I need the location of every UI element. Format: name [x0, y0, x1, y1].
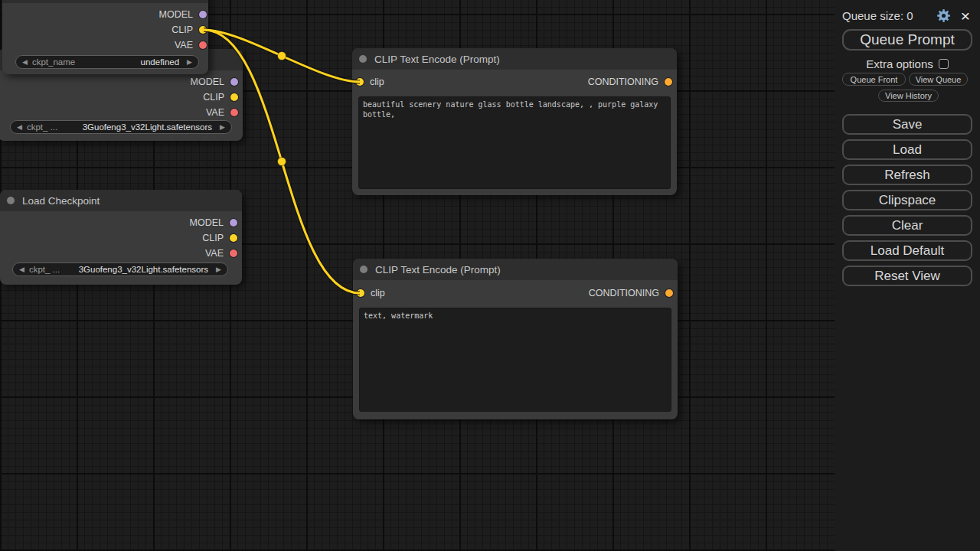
slot-label: MODEL	[159, 9, 193, 20]
queue-front-button[interactable]: Queue Front	[842, 73, 906, 86]
combo-left-arrow-icon[interactable]: ◀	[19, 266, 24, 273]
refresh-button[interactable]: Refresh	[842, 165, 972, 185]
port-clip-output[interactable]	[230, 93, 238, 101]
comfy-menu-panel: Queue size: 0 × Queue Prompt Extra optio…	[835, 0, 980, 551]
slot-clip-input: clip	[357, 285, 385, 301]
port-model-output[interactable]	[230, 78, 238, 86]
slot-label: clip	[371, 288, 385, 298]
graph-canvas[interactable]: MODEL CLIP VAE ◀ ckpt_ ... 3Guofeng3_v32…	[0, 0, 835, 551]
slot-vae: VAE	[205, 246, 237, 261]
save-button[interactable]: Save	[842, 114, 972, 135]
slot-clip: CLIP	[172, 22, 207, 37]
slot-label: CONDITIONING	[589, 288, 659, 298]
slot-label: CONDITIONING	[588, 77, 658, 87]
node-title: Load Checkpoint	[22, 195, 100, 207]
link-midpoint-handle[interactable]	[278, 158, 286, 166]
port-vae-output[interactable]	[230, 109, 238, 116]
load-default-button[interactable]: Load Default	[842, 240, 972, 261]
ckpt-name-combo-widget[interactable]: ◀ ckpt_ ... 3Guofeng3_v32Light.safetenso…	[12, 262, 228, 276]
slot-label: CLIP	[203, 92, 224, 103]
node-title: CLIP Text Encode (Prompt)	[375, 264, 501, 276]
slot-label: MODEL	[191, 77, 224, 87]
slot-label: MODEL	[190, 217, 224, 228]
combo-left-arrow-icon[interactable]: ◀	[22, 59, 28, 66]
combo-value: 3Guofeng3_v32Light.safetensors	[64, 265, 208, 274]
node-title: CLIP Text Encode (Prompt)	[374, 54, 500, 65]
node-clip-text-encode-negative[interactable]: CLIP Text Encode (Prompt) clip CONDITION…	[353, 259, 678, 419]
slot-label: VAE	[206, 107, 224, 118]
port-clip-output[interactable]	[230, 234, 237, 242]
port-vae-output[interactable]	[230, 249, 237, 257]
clipspace-button[interactable]: Clipspace	[842, 190, 972, 210]
collapse-dot-icon[interactable]	[7, 197, 15, 204]
slot-label: CLIP	[172, 24, 193, 35]
slot-clip: CLIP	[202, 230, 237, 246]
slot-label: CLIP	[202, 233, 224, 243]
collapse-dot-icon[interactable]	[359, 55, 367, 63]
clear-button[interactable]: Clear	[842, 215, 972, 236]
node-titlebar[interactable]: Load Checkpoint	[0, 190, 242, 211]
comfyui-app: MODEL CLIP VAE ◀ ckpt_ ... 3Guofeng3_v32…	[0, 0, 980, 551]
slot-label: VAE	[175, 40, 193, 51]
extra-options-label: Extra options	[866, 57, 933, 70]
queue-size-label: Queue size: 0	[842, 9, 934, 22]
combo-value: 3Guofeng3_v32Light.safetensors	[62, 122, 212, 132]
close-icon[interactable]: ×	[957, 7, 974, 24]
slot-clip: CLIP	[203, 90, 238, 105]
slot-conditioning: CONDITIONING	[588, 74, 672, 90]
port-conditioning-output[interactable]	[665, 78, 672, 86]
slot-model: MODEL	[159, 7, 207, 22]
node-titlebar[interactable]: CLIP Text Encode (Prompt)	[352, 48, 677, 70]
combo-label: ckpt_name	[32, 57, 75, 67]
negative-prompt-textarea[interactable]: text, watermark	[359, 308, 671, 412]
ckpt-name-combo-widget[interactable]: ◀ ckpt_name undefined ▶	[15, 55, 199, 69]
slot-conditioning: CONDITIONING	[589, 285, 673, 301]
ckpt-name-combo-widget[interactable]: ◀ ckpt_ ... 3Guofeng3_v32Light.safetenso…	[10, 120, 232, 134]
link-midpoint-handle[interactable]	[278, 52, 286, 60]
node-load-checkpoint-bottom[interactable]: Load Checkpoint MODEL CLIP VAE ◀ ckpt_ .…	[0, 190, 242, 285]
load-button[interactable]: Load	[842, 139, 972, 160]
view-history-button[interactable]: View History	[878, 90, 939, 102]
port-clip-input[interactable]	[357, 289, 364, 297]
port-model-output[interactable]	[199, 11, 207, 18]
view-queue-button[interactable]: View Queue	[909, 73, 968, 86]
port-clip-output[interactable]	[199, 26, 207, 34]
slot-model: MODEL	[191, 74, 238, 90]
slot-label: clip	[370, 77, 384, 87]
slot-vae: VAE	[206, 105, 238, 120]
combo-label: ckpt_ ...	[27, 122, 57, 132]
slot-vae: VAE	[175, 37, 207, 53]
queue-prompt-button[interactable]: Queue Prompt	[842, 29, 972, 51]
node-titlebar[interactable]	[2, 0, 208, 3]
combo-label: ckpt_ ...	[29, 265, 60, 274]
combo-right-arrow-icon[interactable]: ▶	[220, 124, 225, 131]
positive-prompt-textarea[interactable]: beautiful scenery nature glass bottle la…	[358, 96, 671, 189]
slot-clip-input: clip	[356, 74, 384, 90]
extra-options-checkbox[interactable]	[939, 59, 949, 69]
collapse-dot-icon[interactable]	[360, 266, 368, 273]
combo-value: undefined	[80, 57, 179, 67]
combo-right-arrow-icon[interactable]: ▶	[216, 266, 221, 273]
node-clip-text-encode-positive[interactable]: CLIP Text Encode (Prompt) clip CONDITION…	[352, 48, 677, 195]
reset-view-button[interactable]: Reset View	[842, 266, 972, 286]
port-conditioning-output[interactable]	[665, 289, 673, 297]
port-clip-input[interactable]	[356, 78, 364, 86]
node-load-checkpoint-top[interactable]: MODEL CLIP VAE ◀ ckpt_name undefined ▶	[2, 0, 208, 74]
slot-model: MODEL	[190, 215, 237, 230]
port-vae-output[interactable]	[199, 41, 207, 49]
settings-gear-icon[interactable]	[934, 7, 952, 24]
combo-right-arrow-icon[interactable]: ▶	[187, 59, 192, 66]
node-titlebar[interactable]: CLIP Text Encode (Prompt)	[353, 259, 678, 280]
port-model-output[interactable]	[230, 219, 237, 227]
slot-label: VAE	[205, 248, 224, 259]
combo-left-arrow-icon[interactable]: ◀	[17, 124, 22, 131]
